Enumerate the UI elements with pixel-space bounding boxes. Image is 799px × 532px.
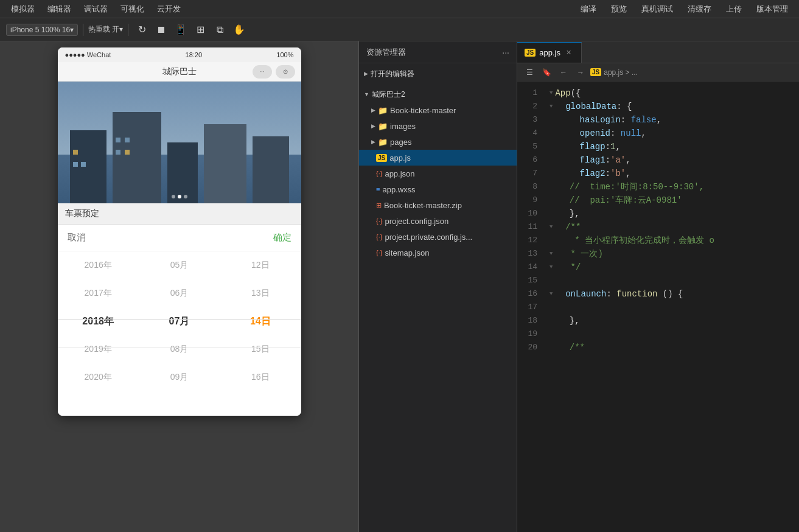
- device-debug-button[interactable]: 真机调试: [637, 2, 678, 16]
- forward-icon[interactable]: →: [573, 65, 588, 80]
- project-arrow-icon: ▼: [364, 91, 369, 97]
- app-json-label: app.json: [385, 169, 414, 178]
- explorer-more-icon[interactable]: ···: [502, 47, 509, 57]
- month-item-2: 07月: [139, 307, 220, 335]
- month-item-3: 08月: [139, 335, 220, 363]
- ln-10: 10: [517, 207, 537, 220]
- ln-20: 20: [517, 341, 537, 354]
- clear-cache-button[interactable]: 清缓存: [683, 2, 716, 16]
- code-line-7: flag2:'b',: [545, 167, 799, 180]
- year-picker-col[interactable]: 2016年 2017年 2018年 2019年 2020年: [58, 251, 139, 416]
- picker-cancel-button[interactable]: 取消: [68, 232, 86, 243]
- code-line-12: * 当小程序初始化完成时，会触发 o: [545, 234, 799, 247]
- file-app-wxss[interactable]: ≡ app.wxss: [359, 181, 517, 197]
- phone-hero: [58, 82, 301, 203]
- camera-icon[interactable]: ⊙: [276, 65, 295, 79]
- hand-icon[interactable]: ✋: [231, 21, 248, 38]
- version-manage-button[interactable]: 版本管理: [752, 2, 793, 16]
- title-icons: ··· ⊙: [253, 65, 295, 79]
- project-name-label: 城际巴士2: [372, 89, 405, 100]
- stop-icon[interactable]: ⏹: [153, 21, 170, 38]
- editor-toolbar: ☰ 🔖 ← → JS app.js > ...: [517, 63, 799, 82]
- code-line-5: flagp:1,: [545, 140, 799, 153]
- breadcrumb-text: app.js > ...: [604, 68, 638, 77]
- code-line-6: flag1:'a',: [545, 153, 799, 167]
- menu-item-simulator[interactable]: 模拟器: [6, 2, 40, 16]
- compile-button[interactable]: 编译: [576, 2, 601, 16]
- file-zip[interactable]: ⊞ Book-ticket-master.zip: [359, 197, 517, 213]
- ln-11: 11: [517, 220, 537, 234]
- pages-folder-label: pages: [390, 138, 411, 147]
- tab-close-button[interactable]: ✕: [564, 48, 574, 58]
- window-icon[interactable]: ⧉: [211, 21, 228, 38]
- code-line-10: },: [545, 207, 799, 220]
- code-line-20: /**: [545, 341, 799, 354]
- date-picker[interactable]: 取消 确定 2016年 2017年 2018年 2019年 2020年 05月: [58, 225, 301, 416]
- hero-dot-1: [172, 195, 175, 198]
- fold-icon-1[interactable]: ▼: [550, 86, 553, 100]
- back-icon[interactable]: ←: [556, 65, 571, 80]
- menu-item-cloud[interactable]: 云开发: [152, 2, 186, 16]
- project-section: ▼ 城际巴士2 ▶ 📁 Book-ticket-master ▶ 📁 image…: [359, 84, 517, 263]
- menu-item-visual[interactable]: 可视化: [116, 2, 149, 16]
- open-editors-header[interactable]: ▶ 打开的编辑器: [359, 66, 517, 82]
- ticket-section-header: 车票预定: [58, 203, 301, 225]
- code-content: ▼ App({ ▼ globalData: { hasLogin: false,: [545, 82, 799, 532]
- picker-confirm-button[interactable]: 确定: [273, 232, 291, 243]
- folder-book-ticket[interactable]: ▶ 📁 Book-ticket-master: [359, 102, 517, 118]
- code-line-1: ▼ App({: [545, 86, 799, 100]
- folder-pages[interactable]: ▶ 📁 pages: [359, 134, 517, 150]
- ln-18: 18: [517, 314, 537, 327]
- folder-images[interactable]: ▶ 📁 images: [359, 118, 517, 134]
- fold-icon-16[interactable]: ▼: [550, 287, 553, 301]
- time-label: 18:20: [186, 51, 203, 58]
- split-icon[interactable]: ⊞: [192, 21, 209, 38]
- refresh-icon[interactable]: ↻: [133, 21, 150, 38]
- building-scene: [58, 82, 301, 203]
- tab-app-js[interactable]: JS app.js ✕: [517, 42, 582, 63]
- year-item-4: 2020年: [58, 363, 139, 391]
- hero-dot-2: [178, 195, 181, 198]
- ln-16: 16: [517, 287, 537, 301]
- ticket-label: 车票预定: [65, 208, 99, 218]
- ln-14: 14: [517, 261, 537, 274]
- file-app-json[interactable]: {·} app.json: [359, 166, 517, 181]
- arrow-icon: ▶: [364, 71, 368, 77]
- month-item-1: 06月: [139, 279, 220, 307]
- day-item-0: 12日: [220, 251, 301, 279]
- project-header[interactable]: ▼ 城际巴士2: [359, 86, 517, 102]
- toolbar-separator-2: [128, 24, 128, 36]
- day-picker-col[interactable]: 12日 13日 14日 15日 16日: [220, 251, 301, 416]
- folder-label: Book-ticket-master: [390, 106, 456, 115]
- hot-reload-toggle[interactable]: 热重载 开▾: [88, 24, 123, 35]
- ln-2: 2: [517, 100, 537, 113]
- file-sitemap[interactable]: {·} sitemap.json: [359, 245, 517, 261]
- preview-button[interactable]: 预览: [606, 2, 632, 16]
- code-line-3: hasLogin: false,: [545, 113, 799, 127]
- phone-icon[interactable]: 📱: [172, 21, 189, 38]
- file-project-config[interactable]: {·} project.config.json: [359, 213, 517, 229]
- folder-arrow-icon-2: ▶: [371, 123, 375, 129]
- fold-icon-14[interactable]: ▼: [550, 261, 553, 274]
- project-private-label: project.private.config.js...: [385, 233, 472, 242]
- explorer-title: 资源管理器: [366, 47, 406, 58]
- list-icon[interactable]: ☰: [522, 65, 537, 80]
- fold-icon-11[interactable]: ▼: [550, 220, 553, 234]
- images-folder-icon: 📁: [378, 122, 388, 131]
- file-project-private-config[interactable]: {·} project.private.config.js...: [359, 229, 517, 245]
- bookmark-icon[interactable]: 🔖: [539, 65, 554, 80]
- fold-icon-2[interactable]: ▼: [550, 100, 553, 113]
- file-app-js[interactable]: JS app.js: [359, 150, 517, 166]
- wxss-file-icon: ≡: [376, 186, 380, 193]
- month-picker-col[interactable]: 05月 06月 07月 08月 09月: [139, 251, 220, 416]
- device-select[interactable]: iPhone 5 100% 16▾: [6, 24, 78, 36]
- app-title: 城际巴士: [162, 66, 197, 77]
- day-item-3: 15日: [220, 335, 301, 363]
- menu-icon[interactable]: ···: [253, 65, 272, 79]
- second-toolbar: iPhone 5 100% 16▾ 热重载 开▾ ↻ ⏹ 📱 ⊞ ⧉ ✋: [0, 18, 799, 41]
- fold-icon-13[interactable]: ▼: [550, 247, 553, 261]
- menu-item-editor[interactable]: 编辑器: [43, 2, 76, 16]
- upload-button[interactable]: 上传: [721, 2, 747, 16]
- open-editors-label: 打开的编辑器: [371, 69, 414, 79]
- menu-item-debugger[interactable]: 调试器: [79, 2, 113, 16]
